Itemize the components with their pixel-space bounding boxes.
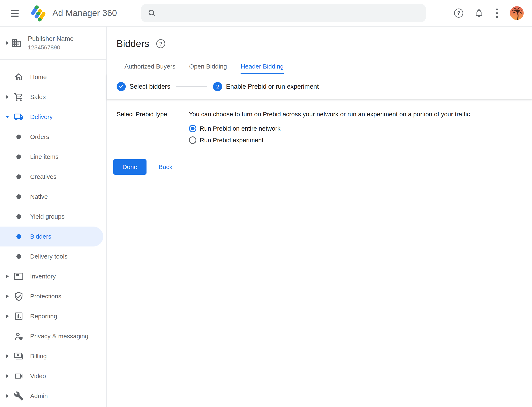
tab-header-bidding[interactable]: Header Bidding <box>234 59 290 74</box>
wrench-icon <box>13 391 24 401</box>
building-icon <box>11 38 23 48</box>
sidebar-item-sales[interactable]: Sales <box>0 87 106 107</box>
person-shield-icon <box>13 331 24 341</box>
done-button[interactable]: Done <box>113 159 146 175</box>
sidebar-item-reporting[interactable]: Reporting <box>0 306 106 326</box>
video-camera-icon <box>13 371 24 381</box>
bullet-icon <box>16 134 21 139</box>
bullet-icon <box>16 254 21 259</box>
top-bar: Ad Manager 360 ? <box>0 0 532 27</box>
home-icon <box>13 72 24 82</box>
sidebar-item-delivery-tools[interactable]: Delivery tools <box>0 246 106 266</box>
radio-unselected-icon[interactable] <box>189 136 196 144</box>
sidebar-item-inventory[interactable]: Inventory <box>0 266 106 286</box>
tab-open-bidding[interactable]: Open Bidding <box>182 59 234 74</box>
main-content: Bidders ? Authorized Buyers Open Bidding… <box>107 27 532 407</box>
sidebar: Publisher Name 1234567890 Home <box>0 27 107 407</box>
expand-arrow-icon[interactable] <box>6 314 9 318</box>
step-1-label[interactable]: Select bidders <box>129 83 170 90</box>
publisher-account-selector[interactable]: Publisher Name 1234567890 <box>0 27 106 60</box>
publisher-id: 1234567890 <box>28 44 74 51</box>
sidebar-item-yield-groups[interactable]: Yield groups <box>0 207 106 227</box>
radio-run-prebid-entire-network[interactable]: Run Prebid on entire network <box>189 123 470 134</box>
section-description: You can choose to turn on Prebid across … <box>189 110 470 118</box>
bullet-icon <box>16 214 21 219</box>
bullet-icon <box>16 194 21 199</box>
account-avatar[interactable] <box>510 6 524 20</box>
shield-check-icon <box>13 291 24 301</box>
more-options-icon[interactable] <box>495 7 499 19</box>
bullet-icon <box>16 234 21 239</box>
sidebar-item-native[interactable]: Native <box>0 187 106 207</box>
sidebar-item-line-items[interactable]: Line items <box>0 147 106 167</box>
ad-manager-app: Ad Manager 360 ? <box>0 0 532 407</box>
step-2-number: 2 <box>213 82 222 91</box>
bullet-icon <box>16 155 21 159</box>
banknote-icon <box>13 351 24 361</box>
step-connector <box>176 86 207 87</box>
expand-arrow-icon[interactable] <box>6 354 9 358</box>
prebid-type-section: Select Prebid type You can choose to tur… <box>107 100 532 146</box>
tab-bar: Authorized Buyers Open Bidding Header Bi… <box>107 59 532 74</box>
stepper: Select bidders 2 Enable Prebid or run ex… <box>107 74 532 100</box>
expand-arrow-icon[interactable] <box>6 374 9 378</box>
sidebar-item-billing[interactable]: Billing <box>0 346 106 366</box>
expand-arrow-icon[interactable] <box>6 274 9 278</box>
sidebar-item-orders[interactable]: Orders <box>0 127 106 147</box>
hamburger-menu-icon[interactable] <box>11 10 19 17</box>
sidebar-item-privacy-messaging[interactable]: Privacy & messaging <box>0 326 106 346</box>
sidebar-item-protections[interactable]: Protections <box>0 286 106 306</box>
publisher-name: Publisher Name <box>28 35 74 43</box>
sidebar-item-delivery[interactable]: Delivery <box>0 107 106 127</box>
help-icon[interactable]: ? <box>454 8 463 18</box>
collapse-arrow-icon[interactable] <box>5 116 9 118</box>
step-1-completed-icon <box>117 82 126 91</box>
app-name: Ad Manager 360 <box>52 8 117 18</box>
search-input[interactable] <box>141 4 426 22</box>
search-icon <box>147 8 156 18</box>
page-title: Bidders <box>117 38 149 49</box>
sidebar-item-creatives[interactable]: Creatives <box>0 167 106 187</box>
page-help-icon[interactable]: ? <box>156 39 165 48</box>
expand-arrow-icon[interactable] <box>6 95 9 99</box>
sidebar-item-home[interactable]: Home <box>0 67 106 87</box>
sidebar-nav: Home Sales <box>0 60 106 406</box>
back-button[interactable]: Back <box>157 163 174 171</box>
sidebar-item-video[interactable]: Video <box>0 366 106 386</box>
inventory-icon <box>13 271 24 281</box>
sidebar-item-bidders[interactable]: Bidders <box>0 227 103 246</box>
shopping-cart-icon <box>13 92 24 102</box>
delivery-truck-icon <box>13 112 24 122</box>
expand-arrow-icon[interactable] <box>6 394 9 398</box>
bar-chart-icon <box>13 311 24 321</box>
bullet-icon <box>16 174 21 179</box>
notifications-bell-icon[interactable] <box>474 8 484 18</box>
expand-arrow-icon[interactable] <box>6 294 9 298</box>
step-2-label[interactable]: Enable Prebid or run experiment <box>226 83 319 90</box>
section-label: Select Prebid type <box>117 110 189 146</box>
radio-run-prebid-experiment[interactable]: Run Prebid experiment <box>189 134 470 146</box>
expand-arrow-icon[interactable] <box>6 41 9 45</box>
tab-authorized-buyers[interactable]: Authorized Buyers <box>118 59 182 74</box>
ad-manager-logo-icon[interactable] <box>30 4 47 23</box>
radio-selected-icon[interactable] <box>189 125 196 132</box>
sidebar-item-admin[interactable]: Admin <box>0 386 106 406</box>
